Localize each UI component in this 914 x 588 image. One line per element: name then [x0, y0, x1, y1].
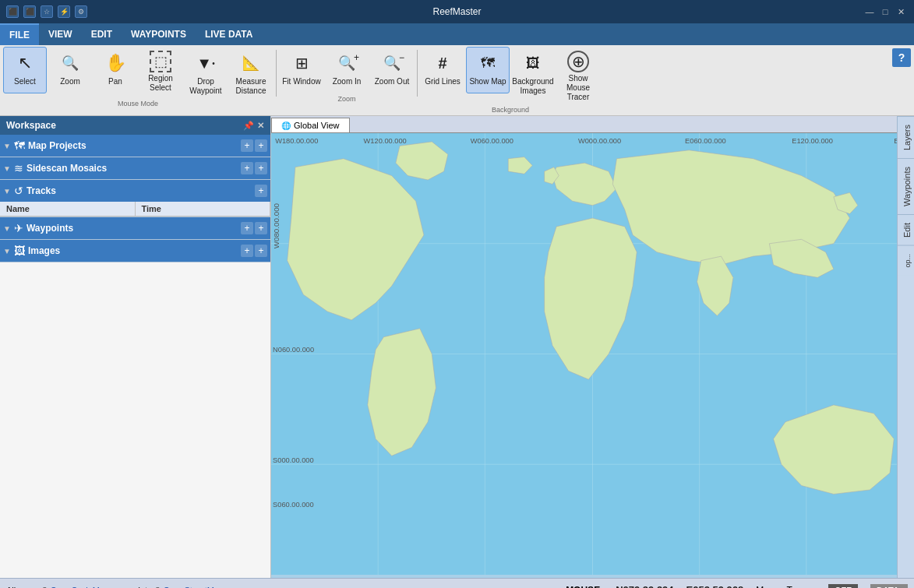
help-button[interactable]: ? [892, 48, 911, 67]
section-map-projects: ▼ 🗺 Map Projects + + [0, 135, 270, 157]
zoom-in-label: Zoom In [333, 77, 362, 86]
vtab-edit[interactable]: Edit [898, 214, 914, 245]
tracer-off-button[interactable]: OFF [828, 584, 858, 589]
sidescan-add-2[interactable]: + [255, 162, 267, 174]
menu-livedata[interactable]: LIVE DATA [196, 23, 263, 45]
background-images-label: Background Images [512, 77, 553, 96]
waypoints-add-2[interactable]: + [255, 222, 267, 234]
images-header[interactable]: ▼ 🖼 Images + + [0, 240, 270, 262]
tracks-header[interactable]: ▼ ↺ Tracks + [0, 180, 270, 202]
map-projects-expand: ▼ [3, 142, 11, 150]
images-icon: 🖼 [14, 245, 25, 257]
right-tabs: Layers Waypoints Edit op... [897, 116, 914, 578]
show-map-icon: 🗺 [475, 51, 500, 76]
show-mouse-tracer-label: Show Mouse Tracer [559, 74, 598, 102]
workspace-close-icon[interactable]: ✕ [257, 121, 264, 131]
pan-icon: ✋ [103, 51, 128, 76]
svg-text:W120.00.000: W120.00.000 [364, 136, 407, 145]
minimize-button[interactable]: — [863, 5, 877, 19]
waypoints-header[interactable]: ▼ ✈ Waypoints + + [0, 217, 270, 239]
images-add-2[interactable]: + [255, 245, 267, 257]
window-controls: — □ ✕ [863, 5, 908, 19]
toolbar-show-mouse-tracer[interactable]: ⊕ Show Mouse Tracer [556, 47, 600, 104]
grid-lines-label: Grid Lines [425, 77, 461, 86]
toolbar-zoom-out[interactable]: 🔍− Zoom Out [370, 47, 414, 93]
map-projects-add-1[interactable]: + [241, 139, 253, 152]
toolbar-show-map[interactable]: 🗺 Show Map [466, 47, 510, 93]
tracer-data-button[interactable]: DATA. [870, 584, 908, 589]
vtab-waypoints[interactable]: Waypoints [898, 158, 914, 214]
menu-file[interactable]: FILE [0, 23, 39, 45]
vtab-op[interactable]: op... [898, 245, 914, 276]
waypoints-label: Waypoints [26, 223, 238, 234]
map-credits: All maps © OpenCycleMap , map data © Ope… [6, 586, 553, 589]
zoom-out-label: Zoom Out [375, 77, 409, 86]
title-bar-icons: ⬛ ⬛ ☆ ⚡ ⚙ [6, 5, 87, 18]
sidescan-add-icons: + + [241, 162, 267, 174]
tracks-icon: ↺ [14, 185, 23, 197]
tracks-label: Tracks [26, 185, 252, 196]
select-label: Select [14, 77, 36, 86]
svg-text:N060.00.000: N060.00.000 [273, 345, 314, 354]
toolbar-zoom[interactable]: 🔍 Zoom [48, 47, 92, 93]
maximize-button[interactable]: □ [878, 5, 892, 19]
toolbar-group-zoom: ⊞ Fit Window 🔍+ Zoom In 🔍− Zoom Out Zoom [280, 47, 414, 103]
tracks-expand: ▼ [3, 187, 11, 195]
toolbar-drop-waypoint[interactable]: ▼• Drop Waypoint [184, 47, 228, 98]
measure-distance-label: Measure Distance [231, 77, 270, 96]
map-tab-label: Global View [294, 121, 340, 130]
titlebar-icon-5[interactable]: ⚙ [75, 5, 87, 18]
section-images: ▼ 🖼 Images + + [0, 240, 270, 262]
toolbar-measure-distance[interactable]: 📐 Measure Distance [229, 47, 273, 98]
background-group-label: Background [421, 106, 600, 114]
grid-lines-icon: # [430, 51, 455, 76]
vtab-layers[interactable]: Layers [898, 116, 914, 158]
map-tab-bar: 🌐 Global View [271, 116, 914, 133]
coords-lon: E052.59.968 [686, 584, 744, 588]
toolbar-select[interactable]: ↖ Select [3, 47, 47, 93]
toolbar: ↖ Select 🔍 Zoom ✋ Pan ⬚ Region Select ▼•… [0, 45, 914, 116]
sidescan-header[interactable]: ▼ ≋ Sidescan Mosaics + + [0, 157, 270, 179]
titlebar-icon-2[interactable]: ⬛ [23, 5, 36, 18]
sidebar: Workspace 📌 ✕ ▼ 🗺 Map Projects + + ▼ [0, 116, 271, 578]
tracks-col-name: Name [0, 202, 136, 216]
sidescan-add-1[interactable]: + [241, 162, 253, 174]
opencyclemap-link[interactable]: OpenCycleMap [50, 586, 109, 589]
map-canvas[interactable]: W180.00.000 W120.00.000 W060.00.000 W000… [271, 133, 914, 575]
images-add-icons: + + [241, 245, 267, 257]
map-projects-header[interactable]: ▼ 🗺 Map Projects + + [0, 135, 270, 157]
tracks-col-time: Time [136, 202, 271, 216]
waypoints-add-1[interactable]: + [241, 222, 253, 234]
close-button[interactable]: ✕ [894, 5, 908, 19]
map-tab-global[interactable]: 🌐 Global View [271, 118, 350, 132]
status-bar: All maps © OpenCycleMap , map data © Ope… [0, 578, 914, 588]
titlebar-icon-1[interactable]: ⬛ [6, 5, 19, 18]
toolbar-region-select[interactable]: ⬚ Region Select [139, 47, 182, 95]
menu-edit[interactable]: EDIT [82, 23, 122, 45]
images-add-1[interactable]: + [241, 245, 253, 257]
workspace-pin-icon[interactable]: 📌 [243, 121, 254, 131]
toolbar-background-images[interactable]: 🖼 Background Images [511, 47, 555, 98]
menu-waypoints[interactable]: WAYPOINTS [122, 23, 196, 45]
main-content: Workspace 📌 ✕ ▼ 🗺 Map Projects + + ▼ [0, 116, 914, 578]
section-tracks: ▼ ↺ Tracks + Name Time [0, 180, 270, 217]
openstreetmap-link[interactable]: OpenStreetMap [164, 586, 224, 589]
map-projects-add-2[interactable]: + [255, 139, 267, 152]
workspace-controls: 📌 ✕ [243, 121, 264, 131]
toolbar-grid-lines[interactable]: # Grid Lines [421, 47, 464, 93]
background-images-icon: 🖼 [521, 51, 545, 76]
map-projects-icon: 🗺 [14, 139, 25, 152]
toolbar-pan[interactable]: ✋ Pan [94, 47, 137, 93]
titlebar-icon-4[interactable]: ⚡ [58, 5, 70, 18]
toolbar-fit-window[interactable]: ⊞ Fit Window [280, 47, 323, 93]
region-select-icon: ⬚ [150, 51, 171, 72]
zoom-in-icon: 🔍+ [334, 51, 359, 76]
titlebar-icon-3[interactable]: ☆ [41, 5, 53, 18]
toolbar-zoom-in[interactable]: 🔍+ Zoom In [325, 47, 369, 93]
coords-lat: N079.39.394 [616, 584, 673, 588]
pan-label: Pan [108, 77, 122, 86]
map-tab-globe-icon: 🌐 [281, 121, 291, 130]
toolbar-group-background: # Grid Lines 🗺 Show Map 🖼 Background Ima… [421, 47, 600, 114]
tracks-add-1[interactable]: + [255, 185, 267, 197]
menu-view[interactable]: VIEW [39, 23, 82, 45]
